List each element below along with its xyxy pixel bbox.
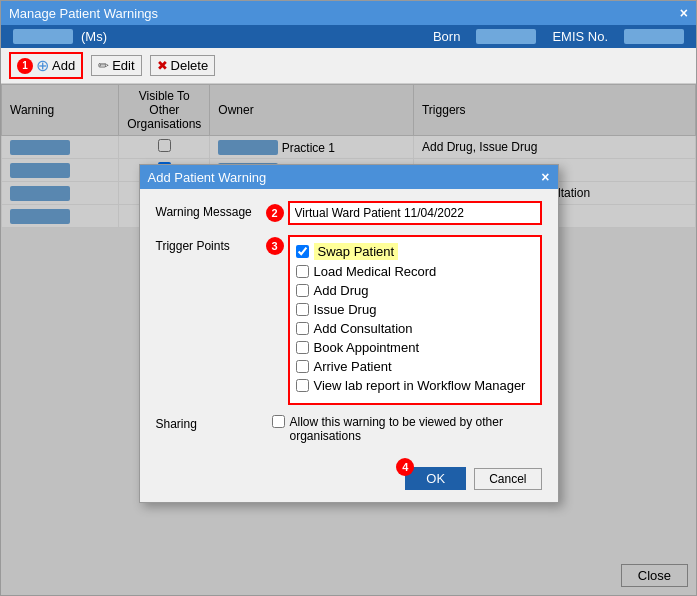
trigger-swap-patient: Swap Patient (296, 243, 534, 260)
view-lab-report-checkbox[interactable] (296, 379, 309, 392)
add-consultation-label: Add Consultation (314, 321, 413, 336)
step1-badge: 1 (17, 58, 33, 74)
sharing-checkbox[interactable] (272, 415, 285, 428)
trigger-points-label: Trigger Points (156, 235, 266, 253)
add-patient-warning-dialog: Add Patient Warning × Warning Message 2 (139, 164, 559, 503)
sharing-content: Allow this warning to be viewed by other… (272, 415, 542, 443)
patient-name-blurred (13, 29, 73, 44)
trigger-issue-drug: Issue Drug (296, 302, 534, 317)
content-area: Warning Visible To OtherOrganisations Ow… (1, 84, 696, 595)
add-label: Add (52, 58, 75, 73)
modal-overlay: Add Patient Warning × Warning Message 2 (1, 84, 696, 595)
step2-badge: 2 (266, 204, 284, 222)
step3-badge: 3 (266, 237, 284, 255)
trigger-checkboxes: Swap Patient Load Medical Record Add Dru… (288, 235, 542, 405)
trigger-add-consultation: Add Consultation (296, 321, 534, 336)
delete-icon: ✖ (157, 58, 168, 73)
modal-title: Add Patient Warning (148, 170, 267, 185)
trigger-points-row: Trigger Points 3 Swap Patient Loa (156, 235, 542, 405)
issue-drug-label: Issue Drug (314, 302, 377, 317)
add-icon: ⊕ (36, 56, 49, 75)
edit-label: Edit (112, 58, 134, 73)
swap-patient-checkbox[interactable] (296, 245, 309, 258)
trigger-arrive-patient: Arrive Patient (296, 359, 534, 374)
modal-close-button[interactable]: × (541, 169, 549, 185)
sharing-row: Sharing Allow this warning to be viewed … (156, 415, 542, 443)
sharing-text: Allow this warning to be viewed by other… (290, 415, 542, 443)
delete-label: Delete (171, 58, 209, 73)
ok-label: OK (426, 471, 445, 486)
patient-title: (Ms) (81, 29, 107, 44)
trigger-load-medical-record: Load Medical Record (296, 264, 534, 279)
born-label: Born (433, 29, 460, 44)
trigger-view-lab-report: View lab report in Workflow Manager (296, 378, 534, 393)
trigger-add-drug: Add Drug (296, 283, 534, 298)
edit-icon: ✏ (98, 58, 109, 73)
step4-badge: 4 (396, 458, 414, 476)
load-medical-record-label: Load Medical Record (314, 264, 437, 279)
sharing-label: Sharing (156, 415, 266, 431)
main-window: Manage Patient Warnings × (Ms) Born EMIS… (0, 0, 697, 596)
trigger-points-field: 3 Swap Patient Load Medical Record (266, 235, 542, 405)
patient-info-right: Born EMIS No. (433, 29, 684, 44)
ok-button[interactable]: 4 OK (405, 467, 466, 490)
warning-message-input[interactable] (288, 201, 542, 225)
add-consultation-checkbox[interactable] (296, 322, 309, 335)
emis-value-blurred (624, 29, 684, 44)
add-drug-checkbox[interactable] (296, 284, 309, 297)
delete-button[interactable]: ✖ Delete (150, 55, 216, 76)
toolbar: 1 ⊕ Add ✏ Edit ✖ Delete (1, 48, 696, 84)
swap-patient-label: Swap Patient (314, 243, 399, 260)
warning-message-field: 2 (266, 201, 542, 225)
patient-header: (Ms) Born EMIS No. (1, 25, 696, 48)
warning-message-label: Warning Message (156, 201, 266, 219)
born-value-blurred (476, 29, 536, 44)
view-lab-report-label: View lab report in Workflow Manager (314, 378, 526, 393)
patient-info-left: (Ms) (13, 29, 107, 44)
arrive-patient-label: Arrive Patient (314, 359, 392, 374)
add-drug-label: Add Drug (314, 283, 369, 298)
title-bar: Manage Patient Warnings × (1, 1, 696, 25)
cancel-button[interactable]: Cancel (474, 468, 541, 490)
book-appointment-label: Book Appointment (314, 340, 420, 355)
modal-footer: 4 OK Cancel (140, 467, 558, 502)
window-title: Manage Patient Warnings (9, 6, 158, 21)
add-button[interactable]: 1 ⊕ Add (9, 52, 83, 79)
arrive-patient-checkbox[interactable] (296, 360, 309, 373)
emis-label: EMIS No. (552, 29, 608, 44)
warning-message-row: Warning Message 2 (156, 201, 542, 225)
modal-body: Warning Message 2 Trigger Points 3 (140, 189, 558, 467)
edit-button[interactable]: ✏ Edit (91, 55, 141, 76)
window-close-button[interactable]: × (680, 5, 688, 21)
book-appointment-checkbox[interactable] (296, 341, 309, 354)
load-medical-record-checkbox[interactable] (296, 265, 309, 278)
issue-drug-checkbox[interactable] (296, 303, 309, 316)
trigger-book-appointment: Book Appointment (296, 340, 534, 355)
modal-title-bar: Add Patient Warning × (140, 165, 558, 189)
